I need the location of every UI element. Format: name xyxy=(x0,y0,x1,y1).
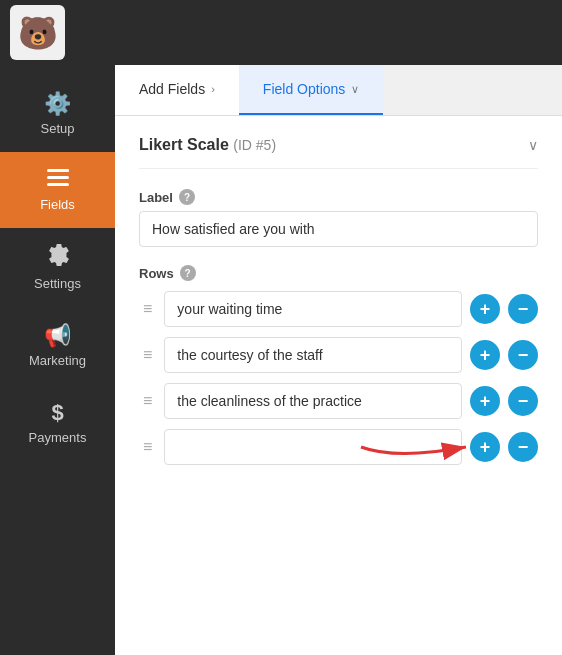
field-header: Likert Scale (ID #5) ∨ xyxy=(139,136,538,169)
row-add-btn-2[interactable]: + xyxy=(470,340,500,370)
sidebar: ⚙️ Setup Fields Settings xyxy=(0,65,115,655)
row-add-btn-1[interactable]: + xyxy=(470,294,500,324)
row-item-1: ≡ + − xyxy=(139,291,538,327)
label-help-icon[interactable]: ? xyxy=(179,189,195,205)
drag-handle-4[interactable]: ≡ xyxy=(139,436,156,458)
field-title: Likert Scale (ID #5) xyxy=(139,136,276,154)
tab-field-options[interactable]: Field Options ∨ xyxy=(239,65,383,115)
row-remove-btn-1[interactable]: − xyxy=(508,294,538,324)
drag-handle-1[interactable]: ≡ xyxy=(139,298,156,320)
label-input[interactable] xyxy=(139,211,538,247)
sidebar-item-marketing[interactable]: 📢 Marketing xyxy=(0,307,115,384)
tab-field-options-label: Field Options xyxy=(263,81,345,97)
marketing-icon: 📢 xyxy=(44,323,71,349)
row-remove-btn-2[interactable]: − xyxy=(508,340,538,370)
sidebar-label-settings: Settings xyxy=(34,276,81,291)
sidebar-item-settings[interactable]: Settings xyxy=(0,228,115,307)
content-area: Add Fields › Field Options ∨ Likert Scal… xyxy=(115,65,562,655)
row-item-4: ≡ + − xyxy=(139,429,538,465)
row-input-3[interactable] xyxy=(164,383,462,419)
rows-label: Rows ? xyxy=(139,265,538,281)
payments-icon: $ xyxy=(51,400,63,426)
svg-rect-1 xyxy=(47,176,69,179)
sidebar-item-payments[interactable]: $ Payments xyxy=(0,384,115,461)
rows-group: Rows ? ≡ + − ≡ + − xyxy=(139,265,538,465)
drag-handle-3[interactable]: ≡ xyxy=(139,390,156,412)
logo: 🐻 xyxy=(10,5,65,60)
sidebar-label-fields: Fields xyxy=(40,197,75,212)
svg-rect-2 xyxy=(47,183,69,186)
rows-help-icon[interactable]: ? xyxy=(180,265,196,281)
row-input-1[interactable] xyxy=(164,291,462,327)
row-item-2: ≡ + − xyxy=(139,337,538,373)
tabs-bar: Add Fields › Field Options ∨ xyxy=(115,65,562,116)
tab-add-fields-label: Add Fields xyxy=(139,81,205,97)
sidebar-item-fields[interactable]: Fields xyxy=(0,152,115,228)
drag-handle-2[interactable]: ≡ xyxy=(139,344,156,366)
row-add-btn-3[interactable]: + xyxy=(470,386,500,416)
tab-add-fields-chevron: › xyxy=(211,83,215,95)
bear-logo-icon: 🐻 xyxy=(18,14,58,52)
label-field-label: Label ? xyxy=(139,189,538,205)
row-input-4[interactable] xyxy=(164,429,462,465)
sidebar-label-marketing: Marketing xyxy=(29,353,86,368)
settings-icon xyxy=(47,244,69,272)
app-header: 🐻 xyxy=(0,0,562,65)
sidebar-item-setup[interactable]: ⚙️ Setup xyxy=(0,75,115,152)
main-layout: ⚙️ Setup Fields Settings xyxy=(0,65,562,655)
row-add-btn-4[interactable]: + xyxy=(470,432,500,462)
tab-add-fields[interactable]: Add Fields › xyxy=(115,65,239,115)
sidebar-label-setup: Setup xyxy=(41,121,75,136)
row-input-2[interactable] xyxy=(164,337,462,373)
setup-icon: ⚙️ xyxy=(44,91,71,117)
row-remove-btn-3[interactable]: − xyxy=(508,386,538,416)
form-panel: Likert Scale (ID #5) ∨ Label ? Rows ? xyxy=(115,116,562,655)
sidebar-label-payments: Payments xyxy=(29,430,87,445)
field-collapse-chevron[interactable]: ∨ xyxy=(528,137,538,153)
row-item-3: ≡ + − xyxy=(139,383,538,419)
row-remove-btn-4[interactable]: − xyxy=(508,432,538,462)
label-field-group: Label ? xyxy=(139,189,538,247)
fields-icon xyxy=(47,168,69,193)
svg-rect-3 xyxy=(51,169,69,172)
tab-field-options-chevron: ∨ xyxy=(351,83,359,96)
field-id: (ID #5) xyxy=(233,137,276,153)
